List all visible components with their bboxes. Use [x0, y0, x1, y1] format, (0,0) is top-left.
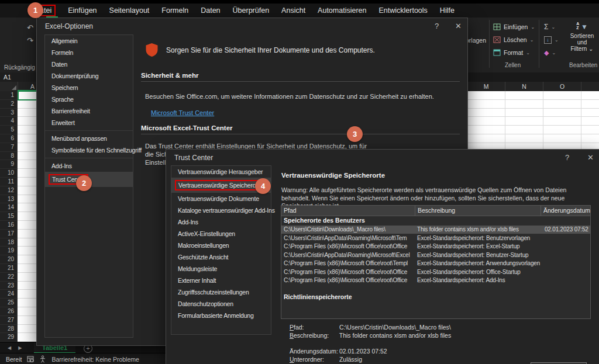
ribbon-tab[interactable]: Entwicklertools: [378, 6, 427, 15]
accessibility-icon[interactable]: [39, 355, 46, 363]
row-header[interactable]: 13: [0, 195, 18, 204]
ribbon-tab[interactable]: Automatisieren: [318, 6, 366, 15]
help-icon[interactable]: ?: [435, 22, 439, 30]
select-all-corner[interactable]: [0, 82, 18, 91]
trust-center-nav-item[interactable]: Datenschutzoptionen: [171, 298, 271, 310]
row-header[interactable]: 3: [0, 109, 18, 117]
row-header[interactable]: 25: [0, 299, 18, 307]
accessibility-status[interactable]: Barrierefreiheit: Keine Probleme: [51, 356, 139, 363]
insert-cells-icon: [493, 23, 501, 30]
ribbon-tab[interactable]: Einfügen: [68, 6, 97, 15]
row-header[interactable]: 24: [0, 290, 18, 299]
column-header-description[interactable]: Beschreibung: [415, 206, 541, 216]
insert-cells-button[interactable]: Einfügen ⌄: [493, 20, 538, 33]
row-header[interactable]: 1: [0, 91, 18, 100]
options-nav-item[interactable]: Daten: [45, 58, 133, 70]
sort-filter-button[interactable]: AZ ▼ Sortieren und Filtern ⌄: [565, 22, 599, 52]
options-nav-item[interactable]: Sprache: [45, 93, 133, 105]
row-header[interactable]: 22: [0, 273, 18, 282]
column-header[interactable]: N: [505, 82, 543, 91]
row-header[interactable]: 21: [0, 264, 18, 273]
options-nav-item[interactable]: Erweitert: [45, 117, 133, 131]
row-header[interactable]: 18: [0, 238, 18, 247]
row-header[interactable]: 14: [0, 203, 18, 212]
options-nav-item[interactable]: Dokumentprüfung: [45, 70, 133, 82]
column-header-path[interactable]: Pfad: [281, 206, 415, 216]
row-header[interactable]: 8: [0, 152, 18, 161]
trust-center-nav-item[interactable]: Formularbasierte Anmeldung: [171, 310, 271, 321]
row-header[interactable]: 16: [0, 221, 18, 230]
row-header[interactable]: 6: [0, 134, 18, 143]
trust-center-nav-item[interactable]: Meldungsleiste: [171, 263, 271, 275]
row-header[interactable]: 7: [0, 143, 18, 152]
detail-subfolders-label: Unterordner:: [290, 356, 338, 363]
row-header[interactable]: 5: [0, 126, 18, 134]
column-a-cells[interactable]: [18, 91, 36, 342]
ribbon-tab[interactable]: Formeln: [161, 6, 188, 15]
options-nav-item[interactable]: Allgemein: [45, 35, 133, 47]
column-header-a[interactable]: A: [18, 82, 36, 91]
options-nav-item[interactable]: Barrierefreiheit: [45, 105, 133, 117]
ribbon-tab[interactable]: Ansicht: [281, 6, 305, 15]
trusted-location-row[interactable]: C:\Program Files (x86)\Microsoft Office\…: [281, 276, 590, 285]
trust-center-nav-item[interactable]: Externer Inhalt: [171, 275, 271, 286]
close-icon[interactable]: ✕: [455, 22, 462, 30]
row-header[interactable]: 2: [0, 100, 18, 109]
trust-center-nav-item[interactable]: Vertrauenswürdige Dokumente: [171, 193, 271, 204]
row-header[interactable]: 23: [0, 282, 18, 290]
row-header[interactable]: 15: [0, 212, 18, 221]
trusted-location-row[interactable]: C:\Program Files (x86)\Microsoft Office\…: [281, 259, 590, 268]
trust-center-nav-item[interactable]: Geschützte Ansicht: [171, 251, 271, 263]
trusted-location-row[interactable]: C:\Program Files (x86)\Microsoft Office\…: [281, 242, 590, 251]
row-header[interactable]: 12: [0, 186, 18, 195]
trust-center-nav-item[interactable]: Vertrauenswürdige Herausgeber: [171, 166, 271, 178]
name-box[interactable]: A1: [0, 72, 36, 82]
options-nav-item[interactable]: Speichern: [45, 82, 133, 93]
row-header[interactable]: 4: [0, 117, 18, 126]
row-header[interactable]: 11: [0, 178, 18, 186]
trust-center-nav-item[interactable]: Add-Ins: [171, 216, 271, 228]
row-header[interactable]: 19: [0, 247, 18, 255]
options-nav-item[interactable]: Menüband anpassen: [45, 133, 133, 144]
macro-record-icon[interactable]: [27, 356, 34, 363]
table-group-policy-locations: Richtlinienspeicherorte: [281, 293, 590, 302]
trusted-location-row[interactable]: C:\Program Files (x86)\Microsoft Office\…: [281, 268, 590, 276]
column-header[interactable]: M: [467, 82, 505, 91]
row-header[interactable]: 28: [0, 325, 18, 334]
spreadsheet-grid[interactable]: [467, 91, 599, 149]
ribbon-tab[interactable]: Hilfe: [440, 6, 455, 15]
row-header[interactable]: 20: [0, 255, 18, 264]
trust-center-nav-item[interactable]: ActiveX-Einstellungen: [171, 228, 271, 240]
row-header[interactable]: 27: [0, 316, 18, 325]
help-icon[interactable]: ?: [565, 153, 569, 162]
trust-center-nav-item[interactable]: Kataloge vertrauenswürdiger Add-Ins: [171, 204, 271, 216]
trusted-location-row[interactable]: C:\Users\Cristin\AppData\Roaming\Microso…: [281, 251, 590, 259]
options-nav-item[interactable]: Formeln: [45, 47, 133, 58]
trusted-location-row[interactable]: C:\Users\Cristin\AppData\Roaming\Microso…: [281, 234, 590, 242]
ribbon-tab[interactable]: Seitenlayout: [109, 6, 150, 15]
autosum-button[interactable]: Σ⌄: [544, 20, 559, 33]
chevron-down-icon: ⌄: [531, 25, 535, 30]
ribbon-tab[interactable]: Daten: [201, 6, 220, 15]
column-header-modified[interactable]: Änderungsdatum: [541, 206, 590, 216]
row-header[interactable]: 29: [0, 333, 18, 342]
row-header[interactable]: 26: [0, 307, 18, 316]
close-icon[interactable]: ✕: [587, 153, 594, 162]
options-nav-item[interactable]: Symbolleiste für den Schnellzugriff: [45, 144, 133, 158]
ribbon-tab[interactable]: Überprüfen: [233, 6, 270, 15]
fill-button[interactable]: ↓⌄: [544, 33, 559, 46]
delete-cells-button[interactable]: Löschen ⌄: [493, 33, 538, 46]
options-nav-item[interactable]: Add-Ins: [45, 160, 133, 172]
trust-center-nav-item[interactable]: Makroeinstellungen: [171, 240, 271, 251]
format-cells-button[interactable]: Format ⌄: [493, 46, 538, 59]
clear-button[interactable]: ◆⌄: [544, 46, 559, 59]
row-header[interactable]: 10: [0, 169, 18, 178]
row-header[interactable]: 9: [0, 160, 18, 169]
selected-cell-a1[interactable]: [18, 91, 37, 100]
trust-center-nav-item[interactable]: Zugriffsschutzeinstellungen: [171, 286, 271, 298]
trusted-location-row[interactable]: C:\Users\Cristin\Downloads\_Macro files\…: [281, 226, 590, 234]
column-header[interactable]: O: [543, 82, 581, 91]
microsoft-trust-center-link[interactable]: Microsoft Trust Center: [151, 109, 214, 116]
row-header[interactable]: 17: [0, 230, 18, 238]
sheet-nav-arrows[interactable]: ◀▶: [8, 342, 29, 353]
